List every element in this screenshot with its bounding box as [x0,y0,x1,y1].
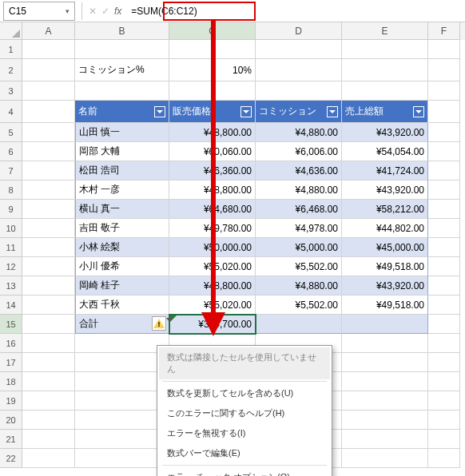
cell-total[interactable]: ¥41,724.00 [342,161,428,180]
cell[interactable] [342,449,428,468]
cell[interactable] [256,315,342,334]
cell[interactable] [428,296,460,315]
cell-total[interactable]: ¥58,212.00 [342,200,428,219]
cell[interactable] [22,334,75,353]
cell[interactable] [22,430,75,449]
select-all-corner[interactable] [0,22,22,40]
cell[interactable] [428,353,460,372]
row-header[interactable]: 16 [0,334,22,353]
cell[interactable] [428,449,460,468]
cell-total[interactable]: ¥43,920.00 [342,123,428,142]
error-warning-icon[interactable] [152,316,166,331]
cell[interactable] [22,81,75,101]
cell-price[interactable]: ¥55,020.00 [169,296,256,315]
cell-price[interactable]: ¥64,680.00 [169,200,256,219]
row-header[interactable]: 8 [0,180,22,200]
cell[interactable] [342,353,428,372]
name-box[interactable]: C15 ▾ [3,2,75,21]
th-commission[interactable]: コミッション [256,101,342,123]
cell[interactable] [428,430,460,449]
cell[interactable] [428,101,460,123]
cell[interactable] [428,81,460,101]
cell[interactable] [22,238,75,257]
cell[interactable] [428,276,460,296]
formula-input[interactable]: =SUM(C6:C12) [125,2,465,21]
menu-item-edit[interactable]: 数式バーで編集(E) [159,443,330,463]
cell-commission[interactable]: ¥6,468.00 [256,200,342,219]
col-header-B[interactable]: B [75,22,169,40]
row-header[interactable]: 18 [0,372,22,391]
row-header[interactable]: 17 [0,353,22,372]
row-header[interactable]: 1 [0,40,22,59]
menu-item-update[interactable]: 数式を更新してセルを含める(U) [159,383,330,403]
row-header[interactable]: 22 [0,449,22,468]
row-header[interactable]: 12 [0,257,22,276]
col-header-C[interactable]: C [169,22,256,40]
cell-commission[interactable]: ¥4,978.00 [256,219,342,238]
cell[interactable] [75,372,169,391]
cell[interactable] [342,315,428,334]
cell-total[interactable]: ¥45,000.00 [342,238,428,257]
cell[interactable] [22,315,75,334]
cell-name[interactable]: 松田 浩司 [75,161,169,180]
row-header[interactable]: 7 [0,161,22,180]
cell[interactable] [22,161,75,180]
cell-name[interactable]: 岡崎 桂子 [75,276,169,296]
cell-name[interactable]: 木村 一彦 [75,180,169,200]
cell[interactable] [22,372,75,391]
chevron-down-icon[interactable]: ▾ [66,7,70,15]
row-header[interactable]: 14 [0,296,22,315]
row-header[interactable]: 19 [0,391,22,411]
cell[interactable] [342,40,428,59]
cell[interactable] [22,353,75,372]
row-header[interactable]: 9 [0,200,22,219]
cell[interactable] [22,411,75,430]
row-header[interactable]: 5 [0,123,22,142]
row-header[interactable]: 13 [0,276,22,296]
cell-price[interactable]: ¥49,780.00 [169,219,256,238]
cell[interactable] [342,430,428,449]
cell[interactable] [75,391,169,411]
cell[interactable] [256,59,342,81]
cell-commission[interactable]: ¥4,880.00 [256,123,342,142]
cancel-icon[interactable]: ✕ [89,6,97,17]
cell[interactable] [75,334,169,353]
col-header-A[interactable]: A [22,22,75,40]
cell[interactable] [22,449,75,468]
cell[interactable] [75,411,169,430]
cell[interactable] [342,411,428,430]
row-header[interactable]: 3 [0,81,22,101]
cell[interactable] [75,430,169,449]
cell[interactable] [428,238,460,257]
col-header-D[interactable]: D [256,22,342,40]
cell[interactable] [342,391,428,411]
cell[interactable] [428,180,460,200]
cell-commission[interactable]: ¥4,636.00 [256,161,342,180]
cell-commission[interactable]: ¥5,000.00 [256,238,342,257]
cell[interactable] [22,200,75,219]
cell-name[interactable]: 岡部 大輔 [75,142,169,161]
row-header[interactable]: 10 [0,219,22,238]
filter-icon[interactable] [240,106,252,117]
cell[interactable] [75,40,169,59]
cell[interactable] [256,81,342,101]
filter-icon[interactable] [413,106,424,117]
cell[interactable] [22,59,75,81]
cell-total[interactable]: ¥54,054.00 [342,142,428,161]
th-total[interactable]: 売上総額 [342,101,428,123]
cell-commission[interactable]: ¥4,880.00 [256,180,342,200]
filter-icon[interactable] [327,106,338,117]
cell[interactable] [22,391,75,411]
row-header[interactable]: 15 [0,315,22,334]
cell-commission[interactable]: ¥4,880.00 [256,276,342,296]
label-commission[interactable]: コミッション% [75,59,169,81]
col-header-F[interactable]: F [428,22,460,40]
cell[interactable] [22,40,75,59]
menu-item-options[interactable]: エラー チェック オプション(O)... [159,467,330,476]
cell[interactable] [342,334,428,353]
cell[interactable] [428,372,460,391]
cell[interactable] [428,123,460,142]
cell-commission[interactable]: ¥6,006.00 [256,142,342,161]
cell[interactable] [22,296,75,315]
cell-total[interactable]: ¥44,802.00 [342,219,428,238]
